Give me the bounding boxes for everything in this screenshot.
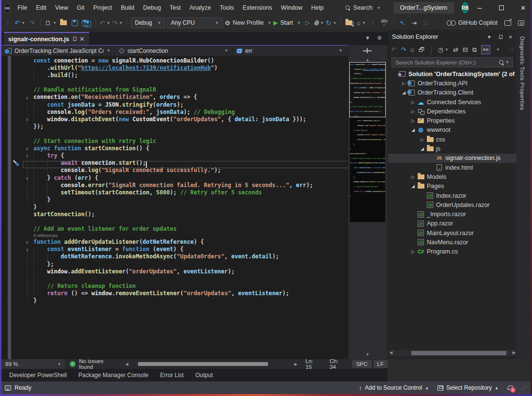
expand-arrow-icon[interactable]: ▷ <box>409 109 417 114</box>
scroll-down-arrow[interactable]: ▼ <box>348 352 387 357</box>
menu-window[interactable]: Window <box>277 2 307 13</box>
collapse-arrow-icon[interactable]: ◢ <box>409 184 417 189</box>
code-line[interactable]: startConnection(); <box>1 211 348 218</box>
fold-chevron-icon[interactable]: ∨ <box>24 146 30 151</box>
tree-item-connected-services[interactable]: ▷☁Connected Services <box>388 97 516 107</box>
tree-item-ordertracking-client[interactable]: ◢OrderTracking.Client <box>388 88 516 97</box>
code-line[interactable] <box>1 130 348 138</box>
tree-item-navmenu-razor[interactable]: @NavMenu.razor <box>388 238 516 247</box>
tree-item-ordertracking-api[interactable]: ▷OrderTracking.API <box>388 79 516 88</box>
codelens-references[interactable]: 0 references <box>1 233 348 238</box>
tab-diagnostic-tools[interactable]: Diagnostic Tools <box>519 36 525 81</box>
format-indent-button[interactable]: ⇥ <box>409 17 419 28</box>
editor-split-handle-icon[interactable] <box>363 48 372 53</box>
code-line[interactable]: }; <box>1 261 348 268</box>
code-line[interactable]: // Start connection with retry logic <box>1 138 348 145</box>
feedback-icon[interactable] <box>5 385 11 391</box>
editor-horizontal-scrollbar[interactable] <box>131 361 290 367</box>
se-toolbar-dropdown-icon[interactable]: ▼ <box>496 48 500 52</box>
menu-tools[interactable]: Tools <box>216 2 238 13</box>
spaces-indicator[interactable]: SPC <box>352 360 372 368</box>
close-panel-icon[interactable]: ✕ <box>509 34 513 40</box>
minimize-button[interactable]: ─ <box>469 0 490 16</box>
tree-item-solution-ordertrackingsystem-2-of-2-p[interactable]: Solution 'OrderTrackingSystem' (2 of 2 p <box>388 69 516 79</box>
solution-explorer-search[interactable]: Search Solution Explorer (Ctrl+;) ▼ <box>391 57 513 67</box>
toolbar-overflow-button[interactable]: ∷ <box>421 17 431 28</box>
resize-grip[interactable]: ⋰ <box>522 385 527 391</box>
new-project-button[interactable]: 🗋▼ <box>45 17 57 28</box>
notifications-button[interactable]: 1 <box>507 385 513 391</box>
code-line[interactable]: // Return cleanup function <box>1 283 348 290</box>
tree-item-js[interactable]: ◢js <box>388 144 516 153</box>
open-folder-button[interactable] <box>59 17 68 28</box>
tree-item-wwwroot[interactable]: ◢⊕wwwroot <box>388 126 516 135</box>
github-copilot-button[interactable]: GitHub Copilot <box>447 19 498 26</box>
fold-chevron-icon[interactable]: ∨ <box>24 95 30 100</box>
se-collapse-all-icon[interactable]: ⊟ <box>463 46 468 53</box>
se-back-icon[interactable]: ↶ <box>391 46 396 53</box>
code-line[interactable]: const eventListener = function (event) { <box>1 246 348 253</box>
navigate-back-button[interactable]: ↶▼ <box>15 17 25 28</box>
find-in-files-button[interactable] <box>345 17 355 28</box>
panel-tab-developer-powershell[interactable]: Developer PowerShell <box>5 370 71 381</box>
collapse-arrow-icon[interactable]: ◢ <box>419 146 426 151</box>
menu-view[interactable]: View <box>51 2 73 13</box>
code-line[interactable]: window.addEventListener("orderUpdates", … <box>1 268 348 275</box>
tree-item-signalr-connection-js[interactable]: JSsignalr-connection.js <box>388 154 516 163</box>
collapse-arrow-icon[interactable]: ◢ <box>409 127 417 132</box>
code-line[interactable]: } <box>1 297 348 304</box>
menu-help[interactable]: Help <box>307 2 328 13</box>
avatar[interactable]: RB <box>462 2 469 14</box>
expand-arrow-icon[interactable]: ▷ <box>409 249 417 254</box>
tree-item-dependencies[interactable]: ▷Dependencies <box>388 107 516 116</box>
start-debug-button[interactable]: ▶Start▼ <box>273 17 301 28</box>
tree-item-imports-razor[interactable]: @_Imports.razor <box>388 209 516 219</box>
code-line[interactable]: connection.on("ReceiveNotification", ord… <box>1 94 348 101</box>
save-button[interactable] <box>70 17 80 28</box>
menu-file[interactable]: File <box>13 2 31 13</box>
menu-git[interactable]: Git <box>73 2 89 13</box>
hscroll-left-arrow[interactable]: ◀ <box>125 362 128 366</box>
solution-platform-dropdown[interactable]: Any CPU▼ <box>167 17 223 28</box>
home-window-button[interactable]: ⌂▼ <box>357 17 366 28</box>
tree-item-orderupdates-razor[interactable]: @OrderUpdates.razor <box>388 200 516 209</box>
code-line[interactable]: console.log("Orders received:", jsonData… <box>1 109 348 116</box>
tree-item-index-html[interactable]: ‹›index.html <box>388 163 516 172</box>
tree-item-program-cs[interactable]: ▷C#Program.cs <box>388 247 516 256</box>
breadcrumb-member-dropdown[interactable]: startConnection ▼ <box>115 46 233 56</box>
scroll-right-arrow[interactable]: ▶ <box>513 350 516 355</box>
collapse-arrow-icon[interactable]: ◢ <box>400 90 407 95</box>
tree-item-mainlayout-razor[interactable]: @MainLayout.razor <box>388 228 516 238</box>
menu-edit[interactable]: Edit <box>31 2 51 13</box>
code-content[interactable]: const connection = new signalR.HubConnec… <box>1 57 348 304</box>
start-without-debugging-button[interactable]: ▷ <box>303 17 313 28</box>
code-line[interactable] <box>1 79 348 86</box>
se-switch-views-icon[interactable]: 🗗 <box>419 46 425 53</box>
se-forward-icon[interactable]: ↷ <box>401 46 406 53</box>
menu-build[interactable]: Build <box>116 2 139 13</box>
restart-button[interactable]: ↻▼ <box>326 17 337 28</box>
code-line[interactable]: // Add an event listener for order updat… <box>1 225 348 233</box>
selection-tool-button[interactable]: ↖ <box>398 17 407 28</box>
code-line[interactable]: const connection = new signalR.HubConnec… <box>1 57 348 64</box>
tab-properties[interactable]: Properties <box>519 82 525 110</box>
code-line[interactable]: } <box>1 204 348 211</box>
code-line[interactable]: .build(); <box>1 72 348 79</box>
code-line[interactable]: console.error("SignalR connection failed… <box>1 182 348 189</box>
se-preview-icon[interactable]: ⧉ <box>472 46 477 54</box>
se-sync-icon[interactable]: ⇄ <box>453 46 458 53</box>
panel-tab-output[interactable]: Output <box>191 370 217 381</box>
profile-gear-icon[interactable]: ⚙ New Profile ▼ <box>225 17 272 28</box>
expand-arrow-icon[interactable]: ▷ <box>400 81 407 86</box>
code-line[interactable]: } catch (err) { <box>1 174 348 182</box>
maximize-button[interactable] <box>490 0 512 16</box>
tab-list-dropdown-icon[interactable]: ▼ <box>365 35 370 41</box>
breadcrumb-project-dropdown[interactable]: OrderTracking.Client JavaScript Conte ▼ <box>1 46 115 56</box>
navigate-forward-button[interactable]: ↷ <box>27 17 37 28</box>
panel-tab-package-manager-console[interactable]: Package Manager Console <box>75 370 153 381</box>
tree-item-css[interactable]: ▷css <box>388 135 516 144</box>
se-pending-changes-filter-icon[interactable]: ◷▼ <box>438 46 449 53</box>
close-tab-icon[interactable]: ✕ <box>79 35 85 43</box>
share-icon[interactable] <box>504 20 511 26</box>
tree-item-models[interactable]: ▷Models <box>388 172 516 181</box>
